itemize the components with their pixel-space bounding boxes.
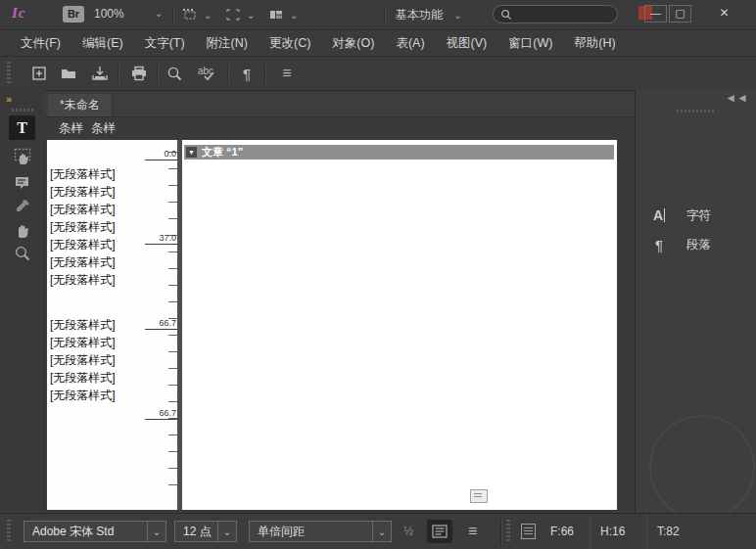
chevron-down-icon: ⌄ <box>290 10 298 21</box>
show-hidden-characters-button[interactable]: ¶ <box>237 64 257 83</box>
style-row: [无段落样式] <box>50 352 116 369</box>
bridge-button[interactable]: Br <box>63 6 84 23</box>
copyfit-info-icon <box>521 524 536 539</box>
spellcheck-icon: abc <box>197 65 220 82</box>
hand-tool[interactable] <box>9 217 35 242</box>
font-family-select[interactable]: Adobe 宋体 Std ⌄ <box>24 521 166 542</box>
menu-window[interactable]: 窗口(W) <box>497 35 563 52</box>
divider <box>500 518 502 545</box>
menu-edit[interactable]: 编辑(E) <box>71 35 134 52</box>
toolbar-grip[interactable] <box>7 62 11 85</box>
close-button[interactable]: ✕ <box>714 5 734 21</box>
new-document-button[interactable] <box>29 64 49 83</box>
collapse-dock-icon[interactable]: ◄◄ <box>725 91 748 105</box>
divider <box>118 64 119 83</box>
divider <box>227 64 229 83</box>
type-tool-selected[interactable]: T <box>9 115 35 140</box>
workspace-switcher[interactable]: 基本功能 ⌄ <box>396 7 462 23</box>
printer-icon <box>130 66 148 81</box>
document-layout-icon <box>268 8 284 22</box>
collapse-story-button[interactable]: ▼ <box>186 147 197 158</box>
workspace-label: 基本功能 <box>396 8 443 22</box>
position-hand-icon <box>14 148 31 165</box>
statusbar-menu-button[interactable]: ≡ <box>468 523 477 540</box>
watermark <box>649 415 755 521</box>
menu-view[interactable]: 视图(V) <box>436 35 498 52</box>
style-row: [无段落样式] <box>50 166 116 183</box>
galley-list-icon <box>432 525 448 538</box>
view-options-dropdown[interactable]: ⌄ <box>182 4 212 25</box>
open-document-button[interactable] <box>59 64 78 83</box>
character-panel-label: 字符 <box>686 207 711 224</box>
panel-tab-2[interactable]: 条样 <box>91 120 116 137</box>
galley-view[interactable]: [无段落样式] [无段落样式] [无段落样式] [无段落样式] [无段落样式] … <box>47 140 617 510</box>
menu-table[interactable]: 表(A) <box>385 35 435 52</box>
status-bar: Adobe 宋体 Std ⌄ 12 点 ⌄ 单倍间距 ⌄ ½ ≡ F:66 H:… <box>0 513 756 549</box>
zoom-tool[interactable] <box>9 241 35 265</box>
chevron-down-icon: ⌄ <box>247 10 255 21</box>
copyfit-grip[interactable] <box>506 520 510 543</box>
search-input[interactable] <box>493 5 618 23</box>
ruler-label: 66.7 <box>145 408 177 420</box>
galley-view-toggle-active[interactable] <box>427 520 452 543</box>
tools-panel: » T <box>0 90 45 514</box>
panel-tab-1[interactable]: 条样 <box>59 120 83 137</box>
title-bar: Ic Br 100% ⌄ ⌄ ⌄ <box>0 0 756 30</box>
character-panel-button[interactable]: A 字符 <box>636 202 756 229</box>
menu-changes[interactable]: 更改(C) <box>259 35 321 52</box>
spell-check-button[interactable]: abc <box>196 64 221 83</box>
leading-select[interactable]: 单倍间距 ⌄ <box>249 521 392 542</box>
story-editing-area[interactable]: ▼ 文章 “1” <box>182 140 617 510</box>
save-button[interactable] <box>90 64 110 83</box>
divider <box>264 64 266 83</box>
dock-grip[interactable] <box>677 110 716 113</box>
note-icon <box>14 174 31 192</box>
character-count: T:82 <box>646 514 755 549</box>
paragraph-panel-button[interactable]: ¶ 段落 <box>636 231 756 258</box>
ruler-label: 37.0 <box>145 233 177 245</box>
panel-dock: ◄◄ A 字符 ¶ 段落 <box>635 90 756 514</box>
position-tool[interactable] <box>9 144 35 168</box>
menu-type[interactable]: 文字(T) <box>134 35 196 52</box>
menu-bar: 文件(F) 编辑(E) 文字(T) 附注(N) 更改(C) 对象(O) 表(A)… <box>0 30 756 57</box>
font-size-select[interactable]: 12 点 ⌄ <box>174 521 237 542</box>
style-row: [无段落样式] <box>50 237 116 253</box>
menu-file[interactable]: 文件(F) <box>10 35 71 52</box>
statusbar-grip[interactable] <box>7 520 11 543</box>
document-tab-bar: *未命名 <box>44 91 635 117</box>
style-row: [无段落样式] <box>50 219 116 236</box>
story-header-bar[interactable]: ▼ 文章 “1” <box>184 145 614 160</box>
story-end-icon <box>470 489 488 503</box>
print-button[interactable] <box>129 64 149 83</box>
paragraph-style-column: [无段落样式] [无段落样式] [无段落样式] [无段落样式] [无段落样式] … <box>47 140 149 510</box>
paragraph-icon: ¶ <box>647 237 671 253</box>
paragraph-panel-label: 段落 <box>686 237 711 253</box>
zoom-level-dropdown[interactable]: 100% ⌄ <box>94 7 166 21</box>
style-row: [无段落样式] <box>50 184 116 201</box>
menu-notes[interactable]: 附注(N) <box>196 35 259 52</box>
expand-panel-icon[interactable]: » <box>6 93 11 105</box>
find-change-button[interactable] <box>165 64 184 83</box>
maximize-button[interactable]: ▢ <box>669 5 691 23</box>
screen-mode-dropdown[interactable]: ⌄ <box>268 4 298 25</box>
ruler-label: 0.0 <box>145 149 177 160</box>
document-tab[interactable]: *未命名 <box>48 94 113 116</box>
menu-object[interactable]: 对象(O) <box>321 35 385 52</box>
minimize-button[interactable]: — <box>644 5 667 23</box>
ruler-label: 66.7 <box>145 318 177 330</box>
tools-panel-grip[interactable] <box>12 109 33 112</box>
incopy-logo-icon: Ic <box>12 5 26 22</box>
save-icon <box>91 66 109 81</box>
line-count: H:16 <box>590 514 651 549</box>
search-icon <box>500 9 512 21</box>
eyedropper-tool[interactable] <box>9 194 35 218</box>
toolbar-menu-button[interactable]: ≡ <box>277 64 297 83</box>
new-document-icon <box>31 66 47 81</box>
frame-view-dropdown[interactable]: ⌄ <box>225 4 255 25</box>
note-tool[interactable] <box>9 170 35 195</box>
style-row: [无段落样式] <box>50 202 116 218</box>
eyedropper-icon <box>14 198 31 215</box>
menu-help[interactable]: 帮助(H) <box>563 35 626 52</box>
line-number-icon[interactable]: ½ <box>403 525 413 538</box>
divider <box>157 64 159 83</box>
